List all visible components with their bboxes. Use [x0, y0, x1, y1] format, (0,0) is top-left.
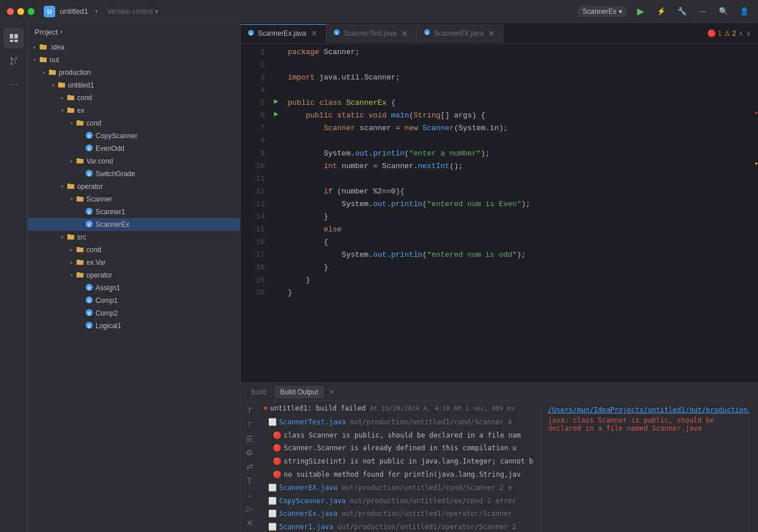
line-number-11: 11 [245, 173, 265, 185]
tree-item-out[interactable]: ▾out [28, 54, 240, 66]
panel-icon-settings[interactable]: ⚙ [243, 448, 257, 457]
java-icon: c [85, 131, 93, 141]
tree-label: Assign1 [96, 284, 120, 292]
panel-icon-font[interactable]: T [243, 476, 257, 485]
tree-item-operator[interactable]: ▾operator [28, 180, 240, 193]
tree-item-ex[interactable]: ▾ex [28, 104, 240, 117]
tree-arrow [76, 321, 85, 330]
gutter-item-8 [269, 132, 283, 145]
minimize-button[interactable] [17, 8, 24, 15]
line-number-16: 16 [245, 236, 265, 249]
tab-label: ScannerEx.java [258, 29, 306, 37]
tab-build-output[interactable]: Build Output [275, 386, 324, 398]
panel-icon-text2[interactable]: T [243, 420, 257, 429]
activity-git[interactable] [3, 51, 24, 71]
code-line-1: package Scanner; [283, 46, 749, 59]
activity-files[interactable] [3, 28, 24, 48]
run-line-btn[interactable]: ▶ [274, 98, 279, 104]
tree-item-copyscanner[interactable]: cCopyScanner [28, 130, 240, 142]
tab-scannerex-java[interactable]: c ScannerEX.java ✕ [417, 24, 504, 43]
build-item[interactable]: ⬜ ScannerEx.java out/production/untitled… [259, 507, 540, 520]
tree-item-.idea[interactable]: ▸.idea [28, 41, 240, 54]
tab-close-button[interactable]: ✕ [310, 29, 319, 37]
tree-item-ex.var[interactable]: ▸ex.Var [28, 256, 240, 269]
svg-text:c: c [250, 31, 252, 35]
build-file-icon: ⬜ [268, 496, 277, 506]
tree-item-switchgrade[interactable]: cSwitchGrade [28, 168, 240, 180]
close-panel-button[interactable]: ✕ [329, 388, 334, 396]
tree-item-scannerex[interactable]: cScannerEx [28, 218, 240, 231]
tab-close-button[interactable]: ✕ [400, 29, 409, 37]
tree-item-comp1[interactable]: cComp1 [28, 294, 240, 307]
tree-item-scanner1[interactable]: cScanner1 [28, 206, 240, 218]
panel-icon-arrows[interactable]: ⇄ [243, 462, 257, 471]
build-file-icon: ⬜ [268, 509, 277, 519]
panel-icon-text1[interactable]: T [243, 406, 257, 415]
tree-item-var.cond[interactable]: ▸Var.cond [28, 155, 240, 168]
maximize-button[interactable] [28, 8, 35, 15]
build-item[interactable]: ⬜ Scanner1.java out/production/untitled1… [259, 520, 540, 532]
tree-item-scanner[interactable]: ▾Scanner [28, 193, 240, 206]
chevron-down[interactable]: ∨ [746, 29, 751, 37]
java-icon: c [85, 309, 93, 318]
tree-item-cond[interactable]: ▸cond [28, 92, 240, 104]
tree-label: Comp2 [96, 309, 118, 317]
tree-item-logical1[interactable]: cLogical1 [28, 320, 240, 332]
tab-scannertest-java[interactable]: c ScannerTest.java ✕ [326, 24, 417, 43]
close-button[interactable] [7, 8, 14, 15]
tree-label: EvenOdd [96, 145, 124, 153]
project-name: untitled1 [60, 7, 88, 16]
tree-item-cond[interactable]: ▸cond [28, 244, 240, 256]
project-chevron[interactable]: ▾ [95, 8, 98, 14]
power-button[interactable]: 🔧 [675, 5, 689, 18]
more-button[interactable]: ⋯ [696, 5, 710, 18]
tree-label: SwitchGrade [96, 170, 135, 178]
tab-build[interactable]: Build [245, 386, 272, 398]
output-link[interactable]: /Users/mun/IdeaProjects/untitled1/out/pr… [548, 406, 742, 414]
editor-scrollbar[interactable] [749, 44, 758, 382]
gutter-item-14 [269, 208, 283, 221]
tree-arrow [76, 169, 85, 178]
build-item[interactable]: ⬜ ScannerEX.java out/production/untitled… [259, 481, 540, 495]
run-config-selector[interactable]: ScannerEx ▾ [578, 6, 627, 17]
tree-arrow [76, 296, 85, 305]
tab-scannerex-java[interactable]: c ScannerEx.java ✕ [241, 24, 326, 43]
chevron-up[interactable]: ∧ [738, 29, 744, 37]
tree-item-operator[interactable]: ▾operator [28, 269, 240, 282]
tree-item-evenodd[interactable]: cEvenOdd [28, 142, 240, 155]
run-button[interactable]: ▶ [634, 5, 647, 18]
tree-item-src[interactable]: ▾src [28, 231, 240, 244]
build-scrollbar[interactable] [749, 401, 758, 532]
search-button[interactable]: 🔍 [717, 5, 730, 18]
tree-arrow: ▸ [58, 93, 67, 102]
code-editor[interactable]: package Scanner; import java.util.Scanne… [283, 44, 749, 382]
build-item[interactable]: ⬜ ScannerTest.java out/production/untitl… [259, 416, 540, 429]
version-control-label[interactable]: Version control ▾ [107, 7, 158, 16]
build-item[interactable]: 🔴 no suitable method found for println(j… [259, 468, 540, 481]
panel-icon-close[interactable]: ✕ [243, 518, 257, 527]
activity-more[interactable]: ⋯ [3, 74, 24, 94]
folder-icon [67, 233, 75, 242]
java-icon: c [85, 169, 93, 179]
tree-item-production[interactable]: ▾production [28, 66, 240, 79]
run-line-btn[interactable]: ▶ [274, 111, 279, 117]
build-item[interactable]: 🔴 class Scanner is public, should be dec… [259, 429, 540, 442]
tree-item-comp2[interactable]: cComp2 [28, 307, 240, 320]
panel-icon-list[interactable]: ☰ [243, 434, 257, 443]
panel-icon-down[interactable]: ↓ [243, 490, 257, 499]
panel-icon-play[interactable]: ▷ [243, 504, 257, 513]
gutter-item-6[interactable]: ▶ [269, 107, 283, 120]
gutter-item-5[interactable]: ▶ [269, 94, 283, 107]
build-item[interactable]: 🔴 Scanner.Scanner is already defined in … [259, 442, 540, 455]
build-item[interactable]: ⬜ CopyScanner.java out/production/untitl… [259, 495, 540, 508]
user-button[interactable]: 👤 [737, 5, 751, 18]
tree-item-untitled1[interactable]: ▾untitled1 [28, 79, 240, 92]
build-file-text: ScannerEx.java out/production/untitled1/… [279, 509, 512, 519]
tree-item-cond[interactable]: ▾cond [28, 117, 240, 130]
build-item[interactable]: 🔴 stringSize(int) is not public in java.… [259, 455, 540, 468]
line-number-1: 1 [245, 46, 265, 59]
tree-item-assign1[interactable]: cAssign1 [28, 282, 240, 294]
build-item[interactable]: ✖ untitled1: build failed At 10/20/2024 … [259, 401, 540, 416]
debug-button[interactable]: ⚡ [654, 5, 668, 18]
tab-close-button[interactable]: ✕ [487, 29, 496, 37]
